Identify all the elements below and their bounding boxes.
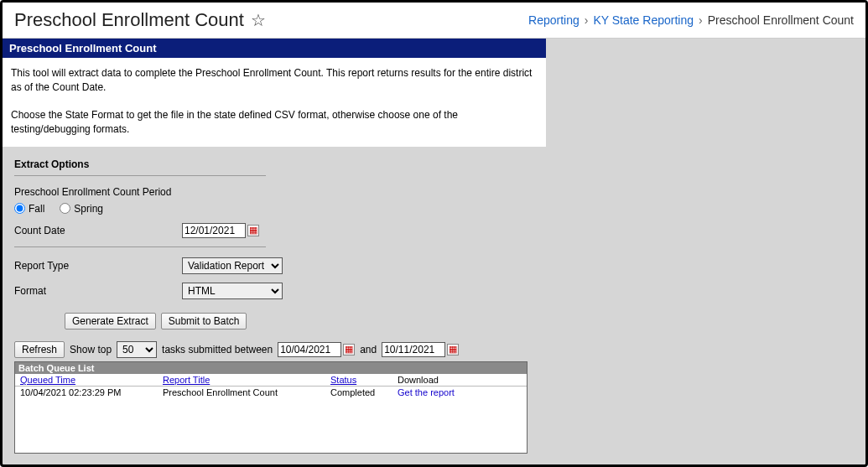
extract-options-label: Extract Options (14, 158, 534, 170)
submit-to-batch-button[interactable]: Submit to Batch (161, 313, 247, 329)
col-download: Download (392, 374, 527, 387)
refresh-button[interactable]: Refresh (14, 341, 65, 358)
panel-title: Preschool Enrollment Count (3, 39, 546, 58)
chevron-right-icon: › (585, 13, 589, 27)
calendar-icon[interactable]: ▦ (343, 344, 355, 355)
breadcrumb: Reporting › KY State Reporting › Prescho… (528, 13, 854, 27)
col-status[interactable]: Status (325, 374, 392, 387)
report-type-select[interactable]: Validation Report (182, 257, 283, 274)
generate-extract-button[interactable]: Generate Extract (65, 313, 156, 329)
batch-queue-list: Batch Queue List Queued Time Report Titl… (14, 361, 528, 454)
table-row: 10/04/2021 02:23:29 PM Preschool Enrollm… (15, 386, 527, 398)
date-from-input[interactable] (278, 342, 341, 357)
show-top-label: Show top (70, 344, 112, 355)
cell-report-title: Preschool Enrollment Count (158, 386, 325, 398)
cell-status: Completed (325, 386, 392, 398)
tasks-between-label: tasks submitted between (162, 344, 273, 355)
breadcrumb-reporting[interactable]: Reporting (528, 13, 580, 27)
format-select[interactable]: HTML (182, 283, 283, 299)
period-spring-radio[interactable] (60, 203, 70, 214)
favorite-star-icon[interactable]: ☆ (251, 10, 266, 30)
cell-queued-time: 10/04/2021 02:23:29 PM (15, 386, 158, 398)
breadcrumb-ky-state-reporting[interactable]: KY State Reporting (593, 13, 694, 27)
calendar-icon[interactable]: ▦ (447, 344, 459, 355)
col-queued-time[interactable]: Queued Time (15, 374, 158, 387)
chevron-right-icon: › (699, 13, 703, 27)
divider (14, 246, 266, 247)
period-spring-label: Spring (74, 203, 103, 215)
download-link[interactable]: Get the report (398, 387, 455, 397)
format-label: Format (14, 285, 182, 297)
period-label: Preschool Enrollment Count Period (14, 186, 534, 198)
period-fall-option[interactable]: Fall (14, 203, 44, 215)
and-label: and (360, 344, 377, 355)
count-date-label: Count Date (14, 225, 182, 236)
period-spring-option[interactable]: Spring (60, 203, 103, 215)
calendar-icon[interactable]: ▦ (247, 225, 259, 236)
divider (14, 175, 266, 176)
report-type-label: Report Type (14, 260, 182, 272)
panel-description-1: This tool will extract data to complete … (11, 66, 538, 95)
breadcrumb-current: Preschool Enrollment Count (708, 13, 854, 27)
show-top-select[interactable]: 50 (117, 341, 157, 358)
count-date-input[interactable] (182, 223, 246, 238)
batch-queue-title: Batch Queue List (15, 362, 527, 374)
panel-description-2: Choose the State Format to get the file … (11, 108, 538, 137)
period-fall-label: Fall (29, 203, 44, 215)
col-report-title[interactable]: Report Title (158, 374, 325, 387)
date-to-input[interactable] (382, 342, 445, 357)
page-title: Preschool Enrollment Count (14, 9, 244, 31)
period-fall-radio[interactable] (14, 203, 25, 214)
